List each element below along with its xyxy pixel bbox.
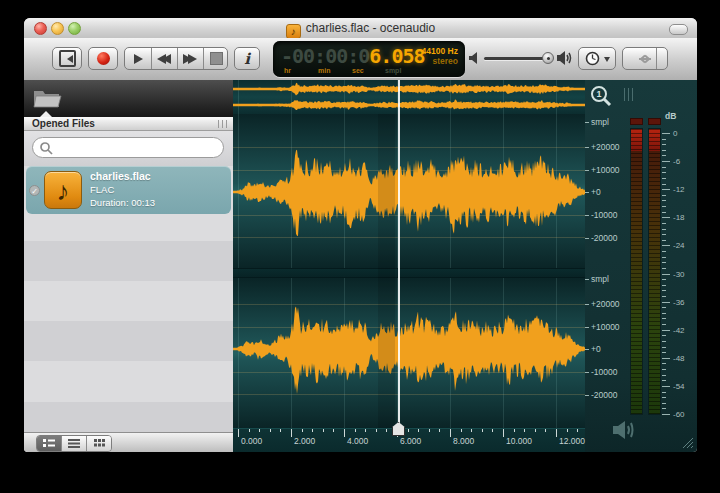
view-mode-group (36, 435, 112, 452)
db-minor-tick (662, 341, 666, 342)
fast-forward-button[interactable] (177, 48, 204, 69)
document-note-icon: ♪ (286, 24, 301, 39)
amp-tick (585, 279, 589, 280)
rewind-button[interactable] (151, 48, 178, 69)
db-tick (662, 133, 670, 134)
go-to-start-button[interactable] (52, 47, 82, 70)
forward-button[interactable] (634, 48, 657, 69)
time-tick (333, 429, 334, 432)
db-tick (662, 245, 670, 246)
amp-tick-label: +0 (591, 344, 601, 354)
record-button[interactable] (88, 47, 118, 70)
search-input[interactable] (57, 140, 221, 157)
db-minor-tick (662, 178, 666, 179)
time-tick (312, 429, 313, 432)
search-field[interactable] (32, 137, 224, 158)
cursor-shade-band (378, 114, 395, 428)
db-minor-tick (662, 144, 666, 145)
list-row[interactable] (24, 321, 233, 361)
time-display[interactable]: -00:00:06.058 hr min sec smpl 44100 Hz s… (273, 41, 465, 77)
channel-mode: stereo (422, 56, 458, 66)
db-tick-label: -6 (673, 157, 680, 166)
db-minor-tick (662, 279, 666, 280)
db-minor-tick (662, 392, 666, 393)
search-strip (24, 131, 233, 166)
time-tick (492, 429, 493, 432)
db-minor-tick (662, 172, 666, 173)
time-tick (471, 429, 472, 432)
time-axis[interactable]: 0.0002.0004.0006.0008.00010.00012.000 (233, 428, 585, 452)
list-row[interactable] (24, 402, 233, 432)
time-tick (482, 429, 483, 432)
smpl-label: smpl (591, 274, 609, 284)
file-item-text: charlies.flac FLAC Duration: 00:13 (90, 170, 155, 208)
db-tick (662, 302, 670, 303)
detail-view-icon (43, 439, 55, 448)
time-tick-label: 6.000 (400, 436, 421, 446)
list-row[interactable] (24, 241, 233, 281)
time-tick (386, 429, 387, 432)
resize-grip[interactable] (680, 435, 696, 449)
db-unit-label: dB (665, 111, 676, 121)
meter-bar-right (648, 128, 661, 415)
lcd-unit-min: min (318, 67, 330, 74)
smpl-label: smpl (591, 117, 609, 127)
file-format: FLAC (90, 184, 155, 195)
db-minor-tick (662, 369, 666, 370)
history-clock-button[interactable] (578, 47, 616, 70)
time-tick (429, 429, 430, 432)
stop-icon (210, 52, 223, 65)
lcd-unit-smpl: smpl (385, 67, 401, 74)
panel-header: Opened Files (24, 117, 233, 131)
waveform-channel-right[interactable] (233, 278, 585, 428)
window-title: charlies.flac - ocenaudio (306, 21, 435, 35)
time-tick (514, 429, 515, 432)
amp-tick-label: +20000 (591, 142, 620, 152)
time-tick-label: 2.000 (294, 436, 315, 446)
play-button[interactable] (125, 48, 152, 69)
db-tick (662, 330, 670, 331)
fast-forward-icon2 (188, 54, 197, 64)
time-tick (249, 429, 250, 432)
toolbar: i -00:00:06.058 hr min sec smpl 44100 Hz… (24, 38, 697, 81)
overview-strip[interactable] (233, 80, 585, 115)
grid-view-icon (94, 439, 105, 448)
monitor-speaker-icon[interactable] (610, 418, 640, 442)
toolbar-toggle-button[interactable] (669, 24, 688, 35)
stop-button[interactable] (203, 48, 229, 69)
time-tick (302, 429, 303, 432)
amp-tick (585, 395, 589, 396)
info-button[interactable]: i (234, 47, 260, 70)
file-item-selected[interactable]: ✓ ♪ charlies.flac FLAC Duration: 00:13 (26, 166, 231, 214)
time-tick (535, 429, 536, 432)
amp-tick-label: -10000 (591, 210, 617, 220)
db-minor-tick (662, 212, 666, 213)
lcd-unit-hr: hr (284, 67, 291, 74)
view-list-button[interactable] (62, 436, 87, 451)
waveform-channel-left[interactable] (233, 114, 585, 268)
folder-icon[interactable] (32, 85, 62, 111)
time-tick-label: 8.000 (453, 436, 474, 446)
amp-tick (585, 304, 589, 305)
amp-tick (585, 192, 589, 193)
view-mode-bar (24, 432, 233, 452)
db-tick-label: -24 (673, 241, 685, 250)
zoom-level-icon[interactable]: 1 (589, 84, 615, 110)
time-tick (355, 429, 356, 432)
volume-slider-knob[interactable] (542, 52, 554, 64)
time-tick (567, 429, 568, 432)
titlebar[interactable]: ♪charlies.flac - ocenaudio (24, 18, 697, 39)
lcd-dim-digits: -00:00:0 (281, 44, 369, 68)
playhead-line (398, 80, 400, 428)
panel-grip-icon[interactable] (218, 120, 227, 128)
db-minor-tick (662, 375, 666, 376)
meter-red-zone (649, 129, 660, 151)
amp-tick-label: +0 (591, 187, 601, 197)
volume-slider-track[interactable] (484, 57, 550, 60)
db-tick (662, 274, 670, 275)
amp-tick-label: +10000 (591, 165, 620, 175)
view-grid-button[interactable] (87, 436, 111, 451)
amp-tick (585, 372, 589, 373)
meter-grip-icon[interactable] (624, 88, 634, 101)
view-detail-button[interactable] (37, 436, 62, 451)
